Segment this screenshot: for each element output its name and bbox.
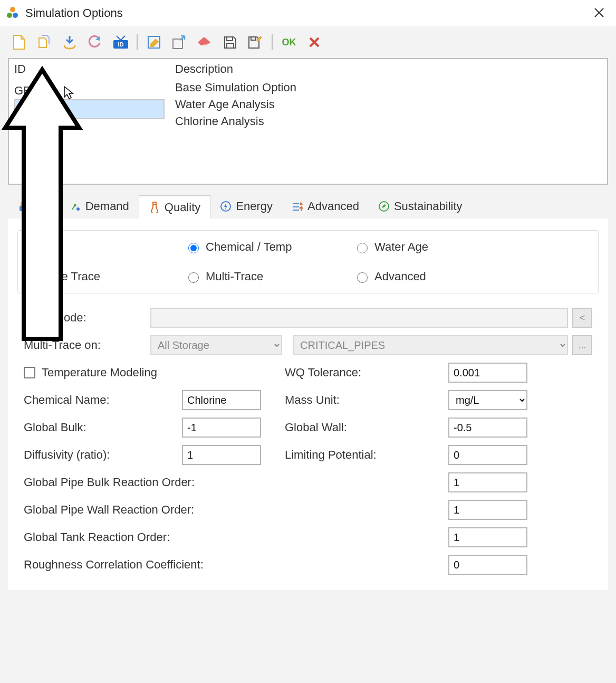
radio-none[interactable]: ne (27, 240, 186, 254)
list-row[interactable]: GE (14, 82, 165, 99)
list-header-description: Description (175, 62, 602, 76)
checkbox-box (24, 367, 35, 378)
pipe-wall-order-input[interactable] (448, 500, 527, 520)
id-tag-icon: ID (112, 35, 128, 50)
pipe-bulk-order-input[interactable] (448, 472, 527, 492)
multitrace-label: Multi-Trace on: (24, 338, 150, 352)
roughness-corr-input[interactable] (448, 555, 527, 575)
refresh-icon (88, 35, 102, 49)
tab-general[interactable]: eral (8, 195, 60, 219)
quality-panel: n ne urce Trace Chemical / Temp Multi-Tr… (8, 219, 608, 590)
list-row[interactable] (14, 99, 165, 119)
tab-sustainability[interactable]: Sustainability (369, 195, 472, 219)
tab-quality[interactable]: Quality (139, 195, 210, 219)
pipe-bulk-order-label: Global Pipe Bulk Reaction Order: (24, 476, 448, 489)
save-icon (223, 35, 237, 49)
copy-file-icon (36, 34, 52, 50)
advanced-icon (292, 201, 303, 212)
tank-order-input[interactable] (448, 527, 527, 547)
global-bulk-input[interactable] (182, 418, 261, 438)
radio-chemical-temp[interactable]: Chemical / Temp (186, 240, 354, 254)
tab-label: eral (31, 200, 51, 213)
chemical-name-input[interactable] (182, 390, 261, 410)
erase-button[interactable] (194, 31, 216, 53)
erase-icon (197, 36, 213, 49)
energy-icon (220, 201, 232, 212)
list-row-desc[interactable]: Base Simulation Option (175, 79, 602, 96)
svg-rect-5 (227, 43, 234, 48)
global-wall-input[interactable] (448, 418, 527, 438)
list-row-desc[interactable]: Chlorine Analysis (175, 113, 602, 130)
chemical-name-label: Chemical Name: (24, 393, 182, 407)
group-header: n (23, 223, 38, 237)
diffusivity-input[interactable] (182, 445, 261, 465)
tab-label: Sustainability (394, 200, 463, 213)
wq-tolerance-input[interactable] (448, 363, 527, 383)
diffusivity-label: Diffusivity (ratio): (24, 448, 182, 462)
close-icon (594, 7, 604, 18)
new-button[interactable] (8, 31, 30, 53)
tab-demand[interactable]: Demand (60, 195, 139, 219)
cancel-x-icon (309, 37, 320, 48)
multitrace-pipes-select: CRITICAL_PIPES (293, 335, 568, 355)
lock-icon (17, 201, 29, 212)
new-file-icon (12, 34, 26, 50)
pipe-wall-order-label: Global Pipe Wall Reaction Order: (24, 503, 448, 517)
tab-label: Advanced (307, 200, 359, 213)
tab-advanced[interactable]: Advanced (282, 195, 369, 219)
temperature-modeling-checkbox[interactable]: Temperature Modeling (24, 366, 157, 380)
wq-tolerance-label: WQ Tolerance: (285, 366, 448, 380)
radio-water-age[interactable]: Water Age (354, 240, 589, 254)
import-button[interactable] (59, 31, 81, 53)
refresh-button[interactable] (84, 31, 106, 53)
ok-button[interactable]: OK (278, 31, 300, 53)
sustainability-icon (378, 201, 390, 212)
tab-label: Demand (85, 200, 129, 213)
radio-source-trace[interactable]: urce Trace (27, 270, 186, 283)
multitrace-storage-select: All Storage (150, 335, 282, 355)
svg-text:ID: ID (118, 41, 124, 48)
cancel-button[interactable] (303, 31, 325, 53)
trace-node-input (150, 308, 568, 328)
import-icon (62, 35, 77, 50)
multitrace-more-button: ... (572, 335, 592, 355)
tab-bar: eral Demand Quality Energy Advanced Sust… (8, 195, 608, 219)
export-button[interactable] (168, 31, 190, 53)
edit-button[interactable] (143, 31, 165, 53)
list-row-desc[interactable]: Water Age Analysis (175, 96, 602, 113)
toolbar-sep-2 (272, 34, 273, 50)
tab-energy[interactable]: Energy (210, 195, 282, 219)
toolbar-sep-1 (137, 34, 138, 50)
save-button[interactable] (219, 31, 241, 53)
export-icon (172, 35, 187, 50)
save-as-icon (247, 35, 263, 49)
title-bar: Simulation Options (0, 0, 616, 26)
save-as-button[interactable] (244, 31, 266, 53)
radio-multi-trace[interactable]: Multi-Trace (186, 270, 354, 283)
tab-label: Quality (165, 201, 200, 214)
svg-rect-3 (173, 39, 182, 49)
list-header-id: ID (14, 62, 165, 76)
svg-rect-4 (227, 37, 233, 41)
radio-advanced[interactable]: Advanced (354, 270, 589, 283)
svg-rect-6 (251, 37, 256, 40)
window-close-button[interactable] (588, 2, 611, 24)
tab-label: Energy (236, 200, 273, 213)
global-wall-label: Global Wall: (285, 421, 448, 434)
tank-order-label: Global Tank Reaction Order: (24, 530, 448, 544)
limiting-potential-input[interactable] (448, 445, 527, 465)
quality-form: Node: < Multi-Trace on: All Storage CRIT… (8, 299, 608, 584)
roughness-corr-label: Roughness Correlation Coefficient: (24, 558, 448, 572)
duplicate-button[interactable] (33, 31, 55, 53)
svg-rect-7 (20, 206, 27, 211)
global-bulk-label: Global Bulk: (24, 421, 182, 434)
svg-point-8 (76, 207, 80, 211)
options-list[interactable]: ID GE Description Base Simulation Option… (8, 58, 608, 185)
trace-node-label: Node: (24, 311, 150, 325)
mass-unit-label: Mass Unit: (285, 393, 448, 407)
mass-unit-select[interactable]: mg/L (448, 390, 527, 410)
cursor-icon (63, 86, 76, 100)
window-title: Simulation Options (25, 6, 123, 20)
id-tag-button[interactable]: ID (109, 31, 131, 53)
toolbar: ID OK (0, 26, 616, 58)
